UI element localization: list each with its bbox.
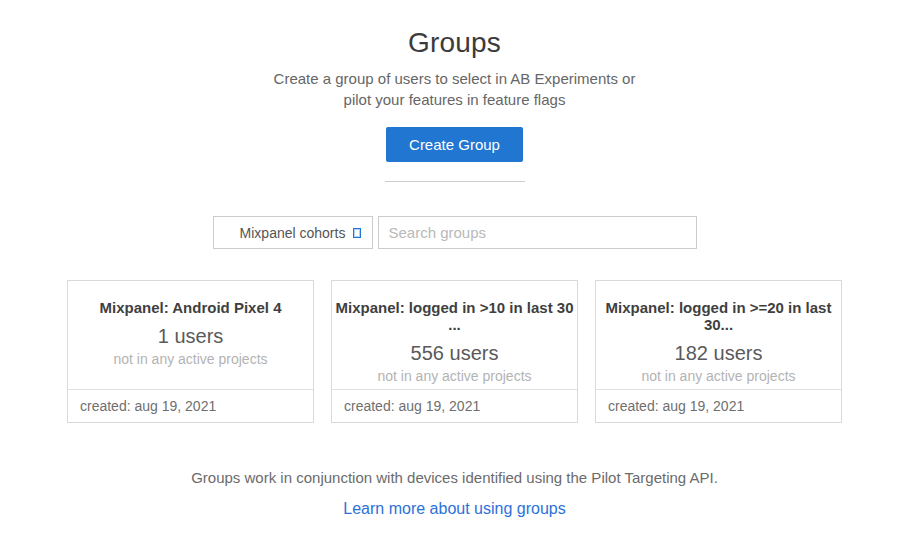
learn-more-link[interactable]: Learn more about using groups [343, 500, 565, 518]
search-groups-input[interactable] [378, 216, 697, 249]
group-title: Mixpanel: logged in >10 in last 30 ... [332, 299, 577, 333]
group-user-count: 556 users [332, 342, 577, 365]
section-divider [385, 181, 525, 182]
cohort-source-dropdown-value: Mixpanel cohorts [240, 225, 346, 241]
group-status: not in any active projects [68, 351, 313, 367]
group-created-date: created: aug 19, 2021 [596, 389, 841, 422]
group-card-list: Mixpanel: Android Pixel 4 1 users not in… [0, 280, 909, 423]
group-card-main: Mixpanel: Android Pixel 4 1 users not in… [68, 281, 313, 389]
group-user-count: 1 users [68, 325, 313, 348]
group-card[interactable]: Mixpanel: logged in >=20 in last 30... 1… [595, 280, 842, 423]
create-group-button[interactable]: Create Group [386, 127, 523, 162]
group-created-date: created: aug 19, 2021 [332, 389, 577, 422]
group-card[interactable]: Mixpanel: logged in >10 in last 30 ... 5… [331, 280, 578, 423]
filter-controls: Mixpanel cohorts [0, 216, 909, 249]
group-title: Mixpanel: Android Pixel 4 [68, 299, 313, 316]
group-card[interactable]: Mixpanel: Android Pixel 4 1 users not in… [67, 280, 314, 423]
group-status: not in any active projects [596, 368, 841, 384]
dropdown-indicator-icon [353, 228, 361, 238]
group-card-main: Mixpanel: logged in >=20 in last 30... 1… [596, 281, 841, 389]
page-subtitle: Create a group of users to select in AB … [0, 68, 909, 110]
subtitle-line-1: Create a group of users to select in AB … [274, 70, 636, 87]
cohort-source-dropdown[interactable]: Mixpanel cohorts [213, 216, 373, 249]
subtitle-line-2: pilot your features in feature flags [344, 91, 566, 108]
groups-page: Groups Create a group of users to select… [0, 0, 909, 518]
group-title: Mixpanel: logged in >=20 in last 30... [596, 299, 841, 333]
page-title: Groups [0, 27, 909, 59]
group-created-date: created: aug 19, 2021 [68, 389, 313, 422]
groups-info-note: Groups work in conjunction with devices … [0, 469, 909, 486]
group-card-main: Mixpanel: logged in >10 in last 30 ... 5… [332, 281, 577, 389]
group-user-count: 182 users [596, 342, 841, 365]
group-status: not in any active projects [332, 368, 577, 384]
